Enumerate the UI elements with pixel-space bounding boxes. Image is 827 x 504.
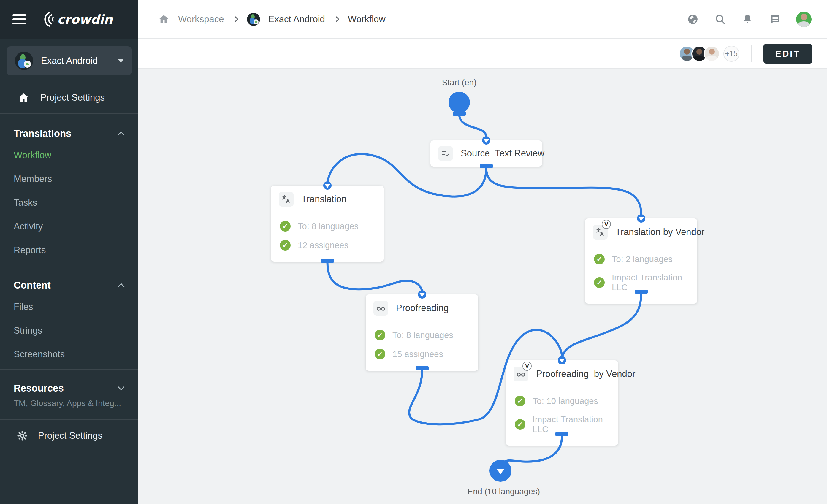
breadcrumb-workspace[interactable]: Workspace bbox=[178, 14, 224, 24]
node-detail: ✓ Impact Translation LLC bbox=[594, 273, 688, 292]
sidebar-item-members[interactable]: Members bbox=[0, 167, 138, 191]
vendor-badge: V bbox=[602, 220, 611, 229]
workflow-node-source-text-review[interactable]: Source Text Review bbox=[430, 140, 542, 166]
check-icon: ✓ bbox=[594, 277, 605, 288]
divider bbox=[0, 265, 138, 265]
vendor-badge: V bbox=[523, 361, 532, 371]
workflow-start-node bbox=[448, 92, 470, 113]
breadcrumb: Workspace Exact Android Workflow bbox=[158, 13, 386, 26]
sidebar-section-translations[interactable]: Translations bbox=[0, 117, 138, 143]
avatar[interactable] bbox=[704, 46, 720, 62]
chevron-right-icon bbox=[334, 16, 339, 22]
check-icon: ✓ bbox=[280, 240, 291, 251]
gear-icon bbox=[17, 430, 28, 441]
node-detail: ✓ To: 8 languages bbox=[280, 221, 375, 232]
svg-text:crowdin: crowdin bbox=[57, 12, 113, 27]
home-icon bbox=[18, 92, 30, 104]
translate-icon bbox=[279, 192, 294, 207]
hamburger-menu-icon[interactable] bbox=[12, 14, 26, 24]
chevron-up-icon bbox=[118, 132, 125, 138]
header-actions bbox=[687, 11, 812, 27]
sidebar-item-strings[interactable]: Strings bbox=[0, 319, 138, 343]
user-avatar[interactable] bbox=[796, 11, 812, 27]
workflow-edges bbox=[138, 69, 827, 504]
sidebar-section-content[interactable]: Content bbox=[0, 268, 138, 295]
workflow-node-translation-by-vendor[interactable]: V Translation by Vendor ✓ To: 2 language… bbox=[585, 218, 697, 304]
project-avatar bbox=[15, 52, 33, 70]
chevron-up-icon bbox=[118, 283, 125, 290]
workflow-end-label: End (10 languages) bbox=[444, 487, 563, 496]
collaborator-avatars bbox=[679, 46, 720, 62]
node-title: Translation bbox=[301, 194, 346, 204]
more-avatars-badge[interactable]: +15 bbox=[723, 46, 739, 62]
check-icon: ✓ bbox=[375, 330, 385, 341]
workflow-node-translation[interactable]: Translation ✓ To: 8 languages ✓ 12 assig… bbox=[271, 186, 384, 262]
sidebar-item-files[interactable]: Files bbox=[0, 295, 138, 319]
node-title: Source Text Review bbox=[461, 148, 544, 159]
node-detail: ✓ Impact Translation LLC bbox=[515, 415, 609, 434]
glasses-icon: V bbox=[514, 366, 528, 382]
sidebar-item-project-settings-bottom[interactable]: Project Settings bbox=[0, 423, 138, 449]
divider bbox=[0, 113, 138, 114]
globe-icon[interactable] bbox=[687, 13, 699, 25]
sidebar-item-activity[interactable]: Activity bbox=[0, 215, 138, 238]
node-detail: ✓ To: 8 languages bbox=[375, 330, 469, 341]
divider bbox=[0, 369, 138, 369]
home-icon[interactable] bbox=[158, 13, 170, 25]
bell-icon[interactable] bbox=[741, 13, 753, 25]
edge-start-to-source-review bbox=[459, 114, 486, 137]
chevron-right-icon bbox=[233, 16, 238, 22]
search-icon[interactable] bbox=[714, 13, 726, 25]
workflow-node-proofreading-by-vendor[interactable]: V Proofreading by Vendor ✓ To: 10 langua… bbox=[506, 360, 618, 446]
divider bbox=[0, 419, 138, 420]
edit-button[interactable]: EDIT bbox=[764, 44, 812, 63]
sidebar-item-project-settings-top[interactable]: Project Settings bbox=[0, 85, 138, 110]
sidebar: crowdin Exact Android Project Settings T… bbox=[0, 0, 138, 504]
resources-subtitle: TM, Glossary, Apps & Integ... bbox=[14, 399, 124, 408]
node-title: Proofreading by Vendor bbox=[536, 369, 635, 379]
sidebar-item-screenshots[interactable]: Screenshots bbox=[0, 343, 138, 366]
edge-translation-to-proofreading bbox=[328, 263, 422, 292]
node-detail: ✓ 12 assignees bbox=[280, 240, 375, 251]
sidebar-item-reports[interactable]: Reports bbox=[0, 238, 138, 262]
node-title: Translation by Vendor bbox=[615, 227, 704, 238]
workflow-toolbar: +15 EDIT bbox=[138, 39, 827, 68]
chevron-down-icon bbox=[118, 59, 124, 63]
check-icon: ✓ bbox=[280, 221, 291, 232]
breadcrumb-project[interactable]: Exact Android bbox=[269, 14, 325, 24]
check-icon: ✓ bbox=[515, 419, 525, 430]
glasses-icon bbox=[374, 301, 388, 315]
sidebar-item-workflow[interactable]: Workflow bbox=[0, 143, 138, 167]
chat-icon[interactable] bbox=[769, 13, 781, 25]
workflow-end-node bbox=[489, 460, 512, 482]
sidebar-section-resources[interactable]: Resources TM, Glossary, Apps & Integ... bbox=[0, 372, 138, 416]
node-detail: ✓ 15 assignees bbox=[375, 349, 469, 359]
sidebar-logo-bar: crowdin bbox=[0, 0, 138, 39]
breadcrumb-page: Workflow bbox=[348, 14, 386, 24]
node-detail: ✓ To: 2 languages bbox=[594, 254, 688, 264]
chevron-down-icon bbox=[118, 384, 125, 390]
translate-icon: V bbox=[593, 225, 607, 240]
project-selector[interactable]: Exact Android bbox=[6, 46, 132, 75]
project-name: Exact Android bbox=[41, 55, 110, 66]
check-icon: ✓ bbox=[375, 349, 385, 359]
edge-source-review-to-translation-by-vendor bbox=[486, 168, 641, 215]
project-avatar bbox=[247, 13, 260, 26]
crowdin-logo[interactable]: crowdin bbox=[37, 11, 124, 28]
divider bbox=[751, 45, 751, 62]
check-icon: ✓ bbox=[515, 396, 525, 406]
check-icon: ✓ bbox=[594, 254, 605, 264]
workflow-node-proofreading[interactable]: Proofreading ✓ To: 8 languages ✓ 15 assi… bbox=[366, 294, 478, 371]
source-text-review-icon bbox=[438, 146, 453, 161]
node-detail: ✓ To: 10 languages bbox=[515, 396, 609, 406]
workflow-start-label: Start (en) bbox=[415, 78, 504, 87]
sidebar-item-tasks[interactable]: Tasks bbox=[0, 191, 138, 215]
arrow-down-icon bbox=[497, 469, 504, 474]
workflow-canvas: Start (en) Source Text Review Translatio… bbox=[138, 69, 827, 504]
node-title: Proofreading bbox=[396, 303, 449, 313]
top-header: Workspace Exact Android Workflow bbox=[138, 0, 827, 39]
